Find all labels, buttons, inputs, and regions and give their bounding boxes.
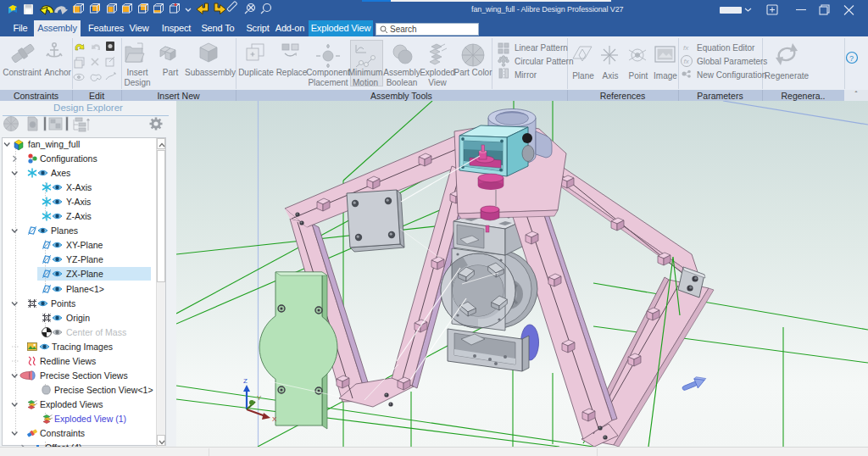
svg-text:fx: fx xyxy=(684,58,690,65)
svg-text:fx: fx xyxy=(683,44,689,52)
svg-text:Z: Z xyxy=(243,377,248,385)
svg-text:Y: Y xyxy=(257,394,262,402)
svg-text:?: ? xyxy=(849,54,854,63)
svg-text:X: X xyxy=(272,415,277,423)
